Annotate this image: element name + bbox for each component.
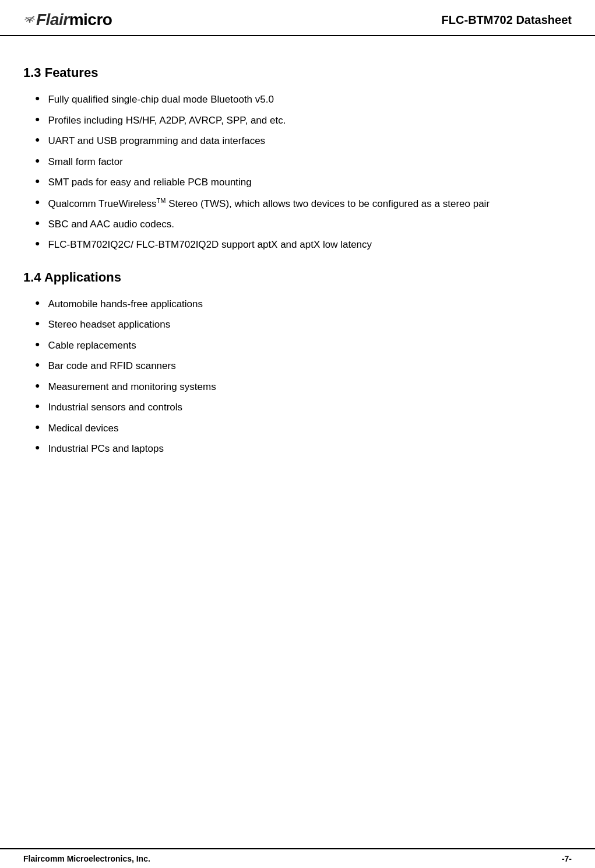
footer-company: Flaircomm Microelectronics, Inc. [23, 854, 150, 863]
app-item-4: Bar code and RFID scanners [23, 359, 572, 374]
feature-item-2: Profiles including HS/HF, A2DP, AVRCP, S… [23, 113, 572, 128]
app-item-5: Measurement and monitoring systems [23, 379, 572, 395]
feature-item-4: Small form factor [23, 154, 572, 170]
footer-page-number: -7- [562, 854, 572, 863]
document-title: FLC-BTM702 Datasheet [442, 13, 572, 27]
page-header: Flairmicro FLC-BTM702 Datasheet [0, 0, 595, 36]
app-item-2: Stereo headset applications [23, 317, 572, 332]
page-container: Flairmicro FLC-BTM702 Datasheet 1.3 Feat… [0, 0, 595, 868]
app-item-3: Cable replacements [23, 338, 572, 353]
feature-item-5: SMT pads for easy and reliable PCB mount… [23, 175, 572, 190]
feature-item-3: UART and USB programming and data interf… [23, 133, 572, 149]
page-footer: Flaircomm Microelectronics, Inc. -7- [0, 848, 595, 868]
svg-point-0 [29, 21, 31, 23]
feature-item-8: FLC-BTM702IQ2C/ FLC-BTM702IQ2D support a… [23, 237, 572, 252]
feature-item-6: Qualcomm TrueWirelessTM Stereo (TWS), wh… [23, 196, 572, 211]
app-item-8: Industrial PCs and laptops [23, 441, 572, 456]
app-item-7: Medical devices [23, 421, 572, 436]
app-item-6: Industrial sensors and controls [23, 400, 572, 415]
logo-area: Flairmicro [23, 10, 112, 29]
applications-list: Automobile hands-free applications Stere… [23, 297, 572, 456]
features-list: Fully qualified single-chip dual mode Bl… [23, 92, 572, 252]
feature-item-7: SBC and AAC audio codecs. [23, 217, 572, 232]
wifi-icon [23, 14, 36, 23]
feature-item-1: Fully qualified single-chip dual mode Bl… [23, 92, 572, 107]
features-heading: 1.3 Features [23, 65, 572, 80]
applications-heading: 1.4 Applications [23, 270, 572, 285]
logo-text: Flairmicro [36, 10, 112, 29]
main-content: 1.3 Features Fully qualified single-chip… [0, 36, 595, 503]
app-item-1: Automobile hands-free applications [23, 297, 572, 312]
